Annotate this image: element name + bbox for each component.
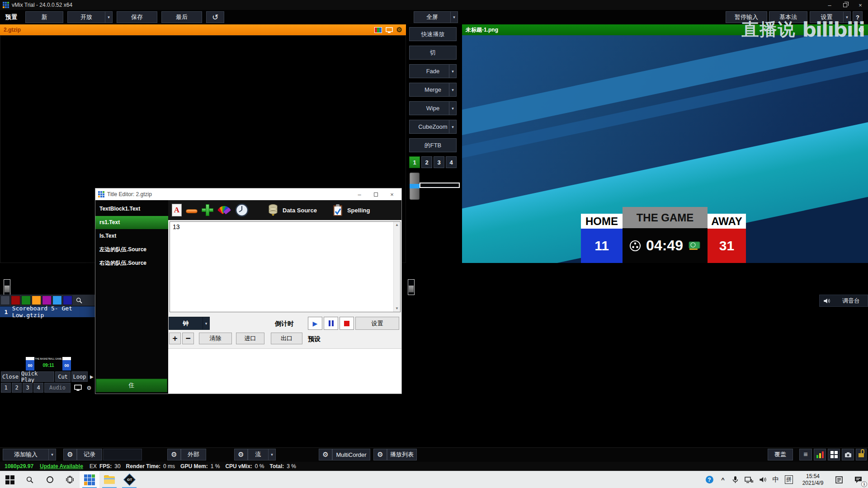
multicorder-button[interactable]: MultiCorder	[332, 449, 370, 460]
audio-meter-icon[interactable]	[814, 449, 826, 460]
preview-gear-icon[interactable]: ⚙	[396, 26, 402, 34]
last-button[interactable]: 最后	[161, 11, 202, 23]
input-overlay-4-button[interactable]: 4	[33, 383, 43, 393]
data-source-icon[interactable]	[268, 204, 278, 216]
colorbars-icon[interactable]	[374, 27, 382, 33]
add-input-split-button[interactable]: 添加输入	[3, 449, 56, 460]
menu-icon[interactable]: ≡	[799, 449, 812, 460]
input-thumbnail[interactable]: 00 THE BASKETBALL GAME 09:11 00	[26, 357, 71, 371]
reload-icon[interactable]: ↺	[206, 11, 224, 23]
transition-2-dropdown[interactable]	[449, 83, 456, 96]
swatch-red[interactable]	[11, 296, 20, 305]
monitor-icon[interactable]	[386, 27, 393, 33]
tray-mic-icon[interactable]	[729, 471, 741, 488]
tray-network-icon[interactable]	[741, 471, 756, 488]
swatch-gray[interactable]	[0, 296, 10, 305]
transition-3-dropdown[interactable]	[449, 102, 456, 115]
scroll-up-arrow[interactable]: ▲	[395, 222, 399, 228]
spelling-label[interactable]: Spelling	[347, 207, 370, 214]
settings-split-button[interactable]: 设置	[810, 11, 851, 23]
taskbar-vmix-icon[interactable]	[80, 471, 99, 488]
search-icon[interactable]	[73, 296, 85, 305]
swatch-orange[interactable]	[32, 296, 41, 305]
tray-chevron-icon[interactable]: ^	[717, 471, 729, 488]
input-cut-button[interactable]: Cut	[55, 371, 71, 382]
save-button[interactable]: 保存	[117, 11, 157, 23]
swatch-green[interactable]	[21, 296, 31, 305]
tray-clock[interactable]: 15:542021/4/9	[796, 471, 830, 488]
field-item-selected[interactable]: rs1.Text	[95, 216, 168, 229]
preset-add-button[interactable]: +	[169, 333, 181, 344]
quick-play-button[interactable]: 快速播放	[409, 27, 457, 41]
overlay-button[interactable]: 覆盖	[768, 449, 793, 460]
field-item[interactable]: ls.Text	[95, 230, 168, 243]
add-input-dropdown[interactable]	[48, 449, 56, 460]
input-gear-icon[interactable]: ⚙	[84, 383, 94, 393]
stinger-3-button[interactable]: 3	[434, 156, 444, 168]
restore-button[interactable]	[837, 0, 853, 10]
master-volume-fader[interactable]	[408, 279, 415, 295]
swatch-navy[interactable]	[63, 296, 72, 305]
tray-help-icon[interactable]: ?	[702, 471, 717, 488]
open-split-button[interactable]: 开放	[67, 11, 113, 23]
live-update-button[interactable]: 住	[96, 379, 167, 392]
countdown-pause-button[interactable]	[324, 317, 338, 330]
close-button[interactable]: ×	[853, 0, 868, 10]
multicorder-gear-icon[interactable]: ⚙	[319, 449, 332, 460]
taskbar-gt-icon[interactable]: GT	[119, 471, 139, 488]
clear-button[interactable]: 清除	[199, 333, 232, 344]
fullscreen-dropdown-arrow[interactable]	[450, 11, 458, 23]
update-available-link[interactable]: Update Available	[40, 463, 83, 469]
tray-ime-language[interactable]: 中	[769, 471, 782, 488]
increase-icon[interactable]	[202, 204, 213, 216]
cortana-icon[interactable]	[40, 471, 60, 488]
input-audio-button[interactable]: Audio	[44, 383, 71, 393]
clock-mode-dropdown[interactable]	[203, 317, 210, 330]
lock-icon[interactable]	[856, 449, 867, 460]
input-loop-button[interactable]: Loop	[71, 371, 88, 382]
snapshot-icon[interactable]	[842, 449, 854, 460]
task-view-icon[interactable]	[60, 471, 80, 488]
cut-button[interactable]: 切	[409, 46, 457, 60]
swatch-blue[interactable]	[52, 296, 62, 305]
spelling-icon[interactable]	[332, 204, 343, 217]
help-button[interactable]: ?	[853, 11, 863, 23]
external-gear-icon[interactable]: ⚙	[167, 449, 181, 460]
minimize-button[interactable]: –	[822, 0, 837, 10]
data-source-label[interactable]: Data Source	[283, 207, 317, 214]
scroll-down-arrow[interactable]: ▼	[395, 305, 399, 312]
stinger-2-button[interactable]: 2	[421, 156, 432, 168]
tray-speaker-icon[interactable]	[756, 471, 769, 488]
dialog-minimize-button[interactable]: –	[353, 189, 366, 199]
countdown-settings-button[interactable]: 设置	[355, 317, 399, 330]
stinger-4-button[interactable]: 4	[446, 156, 457, 168]
stream-gear-icon[interactable]: ⚙	[234, 449, 248, 460]
basic-button[interactable]: 基本法	[769, 11, 807, 23]
field-item[interactable]: 左边的队伍.Source	[95, 243, 168, 256]
dialog-maximize-button[interactable]	[369, 189, 382, 199]
taskbar-explorer-icon[interactable]	[99, 471, 119, 488]
input-overlay-3-button[interactable]: 3	[23, 383, 33, 393]
taskbar-search-icon[interactable]	[20, 471, 40, 488]
transition-1-dropdown[interactable]	[449, 65, 456, 78]
preset-button[interactable]: 预置	[5, 13, 17, 21]
clock-mode-button[interactable]: 钟	[169, 317, 210, 330]
fullscreen-grid-icon[interactable]	[828, 449, 840, 460]
input-quick-play-button[interactable]: Quick Play	[21, 371, 54, 382]
stream-dropdown[interactable]	[268, 449, 276, 460]
import-button[interactable]: 进口	[236, 333, 264, 344]
clock-icon[interactable]	[235, 203, 249, 217]
dialog-titlebar[interactable]: Title Editor: 2.gtzip – ×	[95, 188, 401, 200]
input-list-item[interactable]: 1 Scoreboard 5- Get Low.gtzip	[0, 306, 98, 317]
external-button[interactable]: 外部	[181, 449, 206, 460]
transition-tbar-track[interactable]	[420, 183, 460, 188]
transition-4-button[interactable]: CubeZoom	[409, 120, 457, 134]
countdown-stop-button[interactable]	[340, 317, 354, 330]
transition-1-button[interactable]: Fade	[409, 64, 457, 78]
fullscreen-split-button[interactable]: 全屏	[414, 11, 458, 23]
field-item[interactable]: TextBlock1.Text	[95, 202, 168, 216]
preset-remove-button[interactable]: −	[182, 333, 194, 344]
open-dropdown-arrow[interactable]	[105, 11, 113, 23]
preview-volume-fader[interactable]	[4, 279, 10, 295]
transition-2-button[interactable]: Merge	[409, 83, 457, 97]
